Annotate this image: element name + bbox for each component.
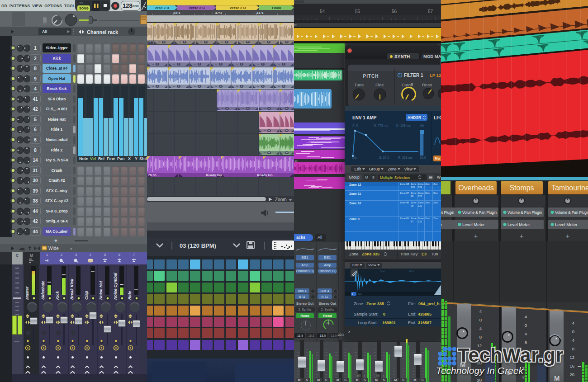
- svg-text:Volume & Pan Plugin: Volume & Pan Plugin: [441, 210, 454, 215]
- svg-text:16: 16: [569, 363, 574, 368]
- svg-text:4: 4: [525, 331, 527, 336]
- svg-text:Level Meter: Level Meter: [462, 222, 485, 227]
- svg-text:Level Meter: Level Meter: [507, 222, 530, 227]
- svg-text:Overheads: Overheads: [458, 184, 493, 192]
- svg-text:+: +: [474, 232, 478, 240]
- svg-text:4: 4: [572, 338, 574, 343]
- svg-text:20: 20: [569, 372, 574, 377]
- svg-text:Stomps: Stomps: [509, 184, 534, 192]
- svg-text:0: 0: [525, 323, 527, 328]
- svg-text:12: 12: [569, 355, 574, 360]
- svg-text:4: 4: [479, 326, 482, 331]
- svg-text:0: 0: [479, 317, 482, 322]
- svg-text:Tambourine: Tambourine: [551, 184, 588, 192]
- svg-text:Level Meter: Level Meter: [441, 222, 442, 227]
- svg-text:Level Meter: Level Meter: [555, 222, 578, 227]
- svg-text:4: 4: [525, 314, 527, 319]
- svg-text:4: 4: [479, 309, 482, 314]
- svg-text:4: 4: [572, 321, 574, 325]
- svg-text:8: 8: [479, 335, 482, 340]
- svg-text:M: M: [554, 374, 560, 382]
- svg-text:+: +: [566, 232, 570, 240]
- svg-text:0: 0: [572, 329, 574, 334]
- svg-text:8: 8: [572, 346, 574, 351]
- svg-text:Volume & Pan Plugin: Volume & Pan Plugin: [462, 210, 497, 215]
- svg-text:Volume & Pan Plugin: Volume & Pan Plugin: [555, 210, 588, 215]
- svg-text:Volume & Pan Plugin: Volume & Pan Plugin: [507, 210, 542, 215]
- svg-text:28: 28: [477, 377, 482, 382]
- svg-text:+: +: [520, 232, 524, 240]
